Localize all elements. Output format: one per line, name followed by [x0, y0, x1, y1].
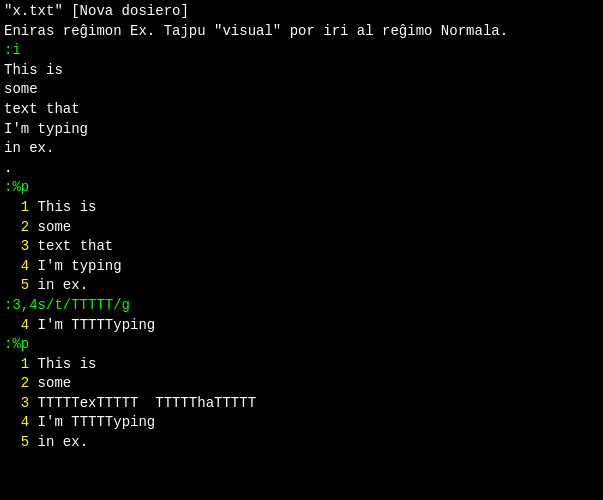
terminal-text: some: [29, 375, 71, 391]
terminal-text: [4, 219, 21, 235]
terminal-text: This is: [29, 356, 96, 372]
terminal-text: I'm typing: [29, 258, 121, 274]
terminal-line-14: 4 I'm typing: [4, 257, 599, 277]
terminal-line-15: 5 in ex.: [4, 276, 599, 296]
terminal-line-12: 2 some: [4, 218, 599, 238]
terminal-text: TTTTTexTTTTT TTTTThaTTTTT: [29, 395, 256, 411]
terminal-text: 4: [21, 414, 29, 430]
terminal-text: [4, 199, 21, 215]
terminal-text: 4: [21, 258, 29, 274]
terminal-text: This is: [4, 62, 63, 78]
terminal-text: 1: [21, 199, 29, 215]
terminal-line-1: "x.txt" [Nova dosiero]: [4, 2, 599, 22]
terminal-text: This is: [29, 199, 96, 215]
terminal-text: [4, 258, 21, 274]
terminal-line-2: Eniras reĝimon Ex. Tajpu "visual" por ir…: [4, 22, 599, 42]
terminal-text: [4, 434, 21, 450]
terminal-text: in ex.: [4, 140, 54, 156]
terminal-text: I'm TTTTTyping: [29, 414, 155, 430]
terminal-text: [4, 238, 21, 254]
terminal-line-23: 5 in ex.: [4, 433, 599, 453]
terminal-text: [4, 414, 21, 430]
terminal-line-17: 4 I'm TTTTTyping: [4, 316, 599, 336]
terminal-text: I'm typing: [4, 121, 88, 137]
terminal-text: Eniras reĝimon Ex. Tajpu "visual" por ir…: [4, 23, 508, 39]
terminal-text: in ex.: [29, 277, 88, 293]
terminal-line-11: 1 This is: [4, 198, 599, 218]
terminal-text: [4, 356, 21, 372]
terminal-text: :3,4s/t/TTTTT/g: [4, 297, 130, 313]
terminal-line-21: 3 TTTTTexTTTTT TTTTThaTTTTT: [4, 394, 599, 414]
terminal: "x.txt" [Nova dosiero]Eniras reĝimon Ex.…: [0, 0, 603, 500]
terminal-line-18: :%p: [4, 335, 599, 355]
terminal-line-7: I'm typing: [4, 120, 599, 140]
terminal-text: 2: [21, 375, 29, 391]
terminal-text: text that: [29, 238, 113, 254]
terminal-text: I'm TTTTTyping: [29, 317, 155, 333]
terminal-text: [4, 277, 21, 293]
terminal-line-22: 4 I'm TTTTTyping: [4, 413, 599, 433]
terminal-line-19: 1 This is: [4, 355, 599, 375]
terminal-text: 3: [21, 238, 29, 254]
terminal-line-9: .: [4, 159, 599, 179]
terminal-text: [4, 395, 21, 411]
terminal-text: :%p: [4, 336, 29, 352]
terminal-line-3: :i: [4, 41, 599, 61]
terminal-line-13: 3 text that: [4, 237, 599, 257]
terminal-text: 4: [21, 317, 29, 333]
terminal-text: "x.txt" [Nova dosiero]: [4, 3, 189, 19]
terminal-text: 5: [21, 277, 29, 293]
terminal-text: in ex.: [29, 434, 88, 450]
terminal-text: .: [4, 160, 12, 176]
terminal-line-20: 2 some: [4, 374, 599, 394]
terminal-text: 2: [21, 219, 29, 235]
terminal-line-4: This is: [4, 61, 599, 81]
terminal-line-8: in ex.: [4, 139, 599, 159]
terminal-text: some: [4, 81, 38, 97]
terminal-line-5: some: [4, 80, 599, 100]
terminal-text: 5: [21, 434, 29, 450]
terminal-text: :%p: [4, 179, 29, 195]
terminal-text: 3: [21, 395, 29, 411]
terminal-text: :i: [4, 42, 21, 58]
terminal-text: [4, 375, 21, 391]
terminal-line-10: :%p: [4, 178, 599, 198]
terminal-text: [4, 317, 21, 333]
terminal-line-16: :3,4s/t/TTTTT/g: [4, 296, 599, 316]
terminal-text: text that: [4, 101, 80, 117]
terminal-line-6: text that: [4, 100, 599, 120]
terminal-text: 1: [21, 356, 29, 372]
terminal-text: some: [29, 219, 71, 235]
